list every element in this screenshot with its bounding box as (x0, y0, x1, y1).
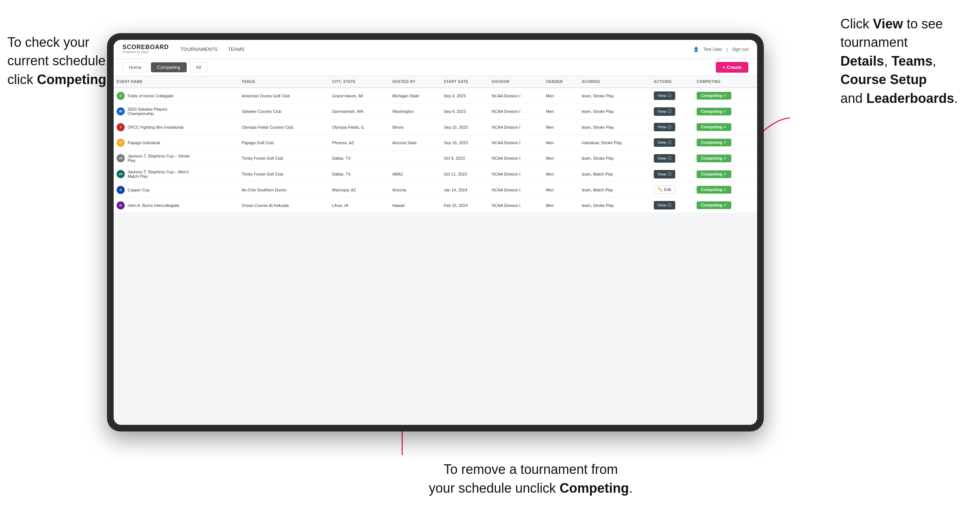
cell-gender: Men (543, 151, 579, 166)
cell-hosted-by: ABAC (389, 166, 441, 182)
cell-city-state: Maricopa, AZ (329, 182, 389, 198)
cell-competing: Competing ✓ (694, 166, 757, 182)
event-name-text: Papago Individual (128, 141, 160, 145)
cell-event-name: JS Jackson T. Stephens Cup – Stroke Play (114, 151, 239, 166)
competing-button[interactable]: Competing ✓ (697, 154, 731, 162)
table-row: W 2023 Sahalee Players Championship Saha… (114, 104, 757, 119)
cell-venue: Olympia Fields Country Club (239, 119, 329, 135)
cell-venue: American Dunes Golf Club (239, 88, 329, 104)
cell-actions: View ⓘ (651, 88, 694, 104)
event-name-text: Folds of Honor Collegiate (128, 94, 173, 98)
cell-scoring: team, Stroke Play (579, 119, 651, 135)
cell-division: NCAA Division I (489, 104, 543, 119)
view-button[interactable]: View ⓘ (654, 154, 675, 163)
cell-start-date: Jan 14, 2024 (441, 182, 489, 198)
table-header-row: EVENT NAME VENUE CITY, STATE HOSTED BY S… (114, 76, 757, 88)
cell-gender: Men (543, 119, 579, 135)
table-row: P Papago Individual Papago Golf Club Pho… (114, 135, 757, 151)
competing-button[interactable]: Competing ✓ (697, 186, 731, 194)
cell-division: NCAA Division I (489, 151, 543, 166)
cell-scoring: team, Match Play (579, 182, 651, 198)
cell-actions: View ⓘ (651, 151, 694, 166)
annotation-top-left: To check your current schedule, click Co… (7, 33, 110, 89)
cell-gender: Men (543, 198, 579, 213)
competing-button[interactable]: Competing ✓ (697, 202, 731, 209)
cell-city-state: Dallas, TX (329, 151, 389, 166)
cell-start-date: Oct 9, 2023 (441, 151, 489, 166)
team-logo: A (116, 186, 125, 194)
cell-hosted-by: Arizona (389, 182, 441, 198)
tab-all[interactable]: All (190, 62, 207, 72)
sign-out-link[interactable]: Sign out (732, 47, 748, 52)
col-city-state: CITY, STATE (329, 76, 389, 88)
cell-scoring: team, Stroke Play (579, 151, 651, 166)
team-logo: JS (116, 154, 125, 162)
tab-competing[interactable]: Competing (151, 62, 187, 72)
cell-gender: Men (543, 166, 579, 182)
edit-button[interactable]: ✏️ Edit (654, 186, 675, 194)
cell-venue: Sahalee Country Club (239, 104, 329, 119)
cell-competing: Competing ✓ (694, 182, 757, 198)
cell-hosted-by (389, 151, 441, 166)
cell-scoring: team, Stroke Play (579, 88, 651, 104)
logo-title: SCOREBOARD (123, 44, 169, 50)
cell-gender: Men (543, 135, 579, 151)
cell-start-date: Sep 18, 2023 (441, 135, 489, 151)
team-logo: P (116, 139, 125, 147)
nav-link-tournaments[interactable]: TOURNAMENTS (181, 45, 218, 54)
cell-division: NCAA Division I (489, 119, 543, 135)
cell-city-state: Lihue, HI (329, 198, 389, 213)
cell-actions: View ⓘ (651, 119, 694, 135)
tab-home[interactable]: Home (123, 62, 148, 72)
cell-scoring: team, Stroke Play (579, 104, 651, 119)
cell-hosted-by: Washington (389, 104, 441, 119)
view-button[interactable]: View ⓘ (654, 92, 675, 100)
cell-hosted-by: Michigan State (389, 88, 441, 104)
event-name-text: John A. Burns Intercollegiate (128, 203, 179, 208)
view-button[interactable]: View ⓘ (654, 123, 675, 131)
table-row: F Folds of Honor Collegiate American Dun… (114, 88, 757, 104)
cell-scoring: individual, Stroke Play (579, 135, 651, 151)
create-button[interactable]: + Create (716, 62, 748, 73)
cell-actions: View ⓘ (651, 166, 694, 182)
cell-venue: Ocean Course At Hokuala (239, 198, 329, 213)
nav-links: TOURNAMENTS TEAMS (181, 45, 694, 54)
cell-division: NCAA Division I (489, 135, 543, 151)
table-body: F Folds of Honor Collegiate American Dun… (114, 88, 757, 213)
col-hosted-by: HOSTED BY (389, 76, 441, 88)
cell-start-date: Feb 15, 2024 (441, 198, 489, 213)
cell-gender: Men (543, 182, 579, 198)
cell-competing: Competing ✓ (694, 151, 757, 166)
view-button[interactable]: View ⓘ (654, 170, 675, 178)
col-gender: GENDER (543, 76, 579, 88)
view-button[interactable]: View ⓘ (654, 107, 675, 116)
col-division: DIVISION (489, 76, 543, 88)
cell-division: NCAA Division I (489, 166, 543, 182)
competing-button[interactable]: Competing ✓ (697, 170, 731, 178)
nav-link-teams[interactable]: TEAMS (228, 45, 245, 54)
annotation-top-right: Click View to see tournament Details, Te… (840, 15, 958, 108)
competing-button[interactable]: Competing ✓ (697, 123, 731, 131)
table-row: A Copper Cup Ak-Chin Southern Dunes Mari… (114, 182, 757, 198)
view-button[interactable]: View ⓘ (654, 138, 675, 147)
view-button[interactable]: View ⓘ (654, 201, 675, 210)
cell-hosted-by: Hawaii (389, 198, 441, 213)
cell-gender: Men (543, 88, 579, 104)
tournaments-table: EVENT NAME VENUE CITY, STATE HOSTED BY S… (114, 76, 757, 213)
cell-scoring: team, Match Play (579, 166, 651, 182)
cell-division: NCAA Division I (489, 182, 543, 198)
cell-venue: Ak-Chin Southern Dunes (239, 182, 329, 198)
event-name-text: Jackson T. Stephens Cup – Men's Match Pl… (128, 170, 190, 178)
competing-button[interactable]: Competing ✓ (697, 92, 731, 100)
nav-right: 👤 Test User | Sign out (693, 47, 748, 52)
col-start-date: START DATE (441, 76, 489, 88)
cell-event-name: I OFCC Fighting Illini Invitational (114, 119, 239, 135)
competing-button[interactable]: Competing ✓ (697, 108, 731, 116)
annotation-bottom: To remove a tournament from your schedul… (429, 460, 632, 497)
cell-competing: Competing ✓ (694, 104, 757, 119)
nav-divider: | (727, 47, 728, 52)
col-actions: ACTIONS (651, 76, 694, 88)
cell-scoring: team, Stroke Play (579, 198, 651, 213)
cell-venue: Trinity Forest Golf Club (239, 151, 329, 166)
competing-button[interactable]: Competing ✓ (697, 139, 731, 146)
